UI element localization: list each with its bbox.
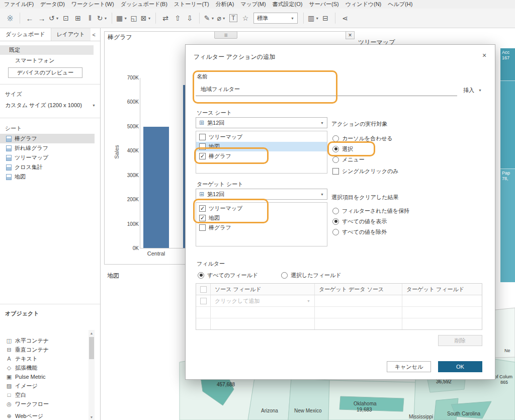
tab-dashboard[interactable]: ダッシュボード [0,28,51,41]
checkbox-checked-icon[interactable] [199,153,206,159]
layout-phone-item[interactable]: スマートフォン [0,56,94,65]
dialog-close-button[interactable]: × [480,51,489,60]
new-worksheet-button[interactable]: ▦▼ [116,12,128,25]
target-sheet-select[interactable]: ⊞ 第12回 ▼ [196,189,327,200]
menu-map[interactable]: マップ(M) [240,1,266,8]
clear-sheet-button[interactable]: ⊠▼ [140,12,152,25]
clear-format-button[interactable]: ⌀▼ [215,12,227,25]
highlight-button[interactable]: ✎▼ [203,12,215,25]
sheet-item-map[interactable]: 地図 [0,172,95,182]
filter-selected-fields-radio[interactable]: 選択したフィールド [281,271,341,279]
menu-window[interactable]: ウィンドウ(N) [346,1,382,8]
run-on-hover-radio[interactable]: カーソルを合わせる [332,134,393,142]
object-item-image[interactable]: ▨イメージ [0,381,87,390]
size-selector[interactable]: カスタム サイズ (1200 x 1000) ▼ [5,101,96,110]
fit-selector[interactable]: 標準 ▼ [253,13,298,24]
menu-format[interactable]: 書式設定(O) [273,1,303,8]
collapse-pane-icon[interactable]: < [93,32,96,38]
presentation-mode-button[interactable]: ⊟ [319,12,331,25]
new-data-source-button[interactable]: ⊞ [72,12,84,25]
target-sheet-option-treemap[interactable]: ツリーマップ [196,204,327,213]
delete-button[interactable]: 削除 [438,335,482,346]
sort-descending-button[interactable]: ⇩ [184,12,196,25]
show-mark-labels-button[interactable]: T [229,14,237,22]
checkbox-icon[interactable] [199,143,206,150]
object-item-workflow[interactable]: ◎ワークフロー [0,399,87,408]
source-sheet-option-map[interactable]: 地図 [196,142,327,151]
menu-dashboard[interactable]: ダッシュボード(B) [121,1,167,8]
checkbox-icon[interactable] [199,224,206,231]
add-filter-field-cell[interactable]: クリックして追加 ▼ [210,295,314,306]
menu-worksheet[interactable]: ワークシート(W) [71,1,114,8]
cancel-button[interactable]: キャンセル [387,361,431,372]
checkbox-checked-icon[interactable] [199,205,206,212]
radio-selected-icon[interactable] [332,146,339,152]
menu-story[interactable]: ストーリー(T) [174,1,209,8]
checkbox-icon[interactable] [332,168,339,175]
clear-keep-filtered-radio[interactable]: フィルターされた値を保持 [332,207,409,215]
ok-button[interactable]: OK [438,361,482,372]
floating-zone-grip-handle[interactable]: ≡ [214,31,237,39]
tab-layout[interactable]: レイアウト [51,28,91,41]
sheet-item-line-chart[interactable]: 折れ線グラフ [0,143,95,153]
checkbox-icon[interactable] [199,134,206,140]
layout-default-item[interactable]: 既定 [0,45,94,55]
clear-show-all-radio[interactable]: すべての値を表示 [332,217,387,225]
table-row[interactable]: クリックして追加 ▼ [196,295,482,307]
save-button[interactable]: ⊡ [60,12,72,25]
checkbox-checked-icon[interactable] [199,215,206,221]
object-item-horizontal-container[interactable]: ◫水平コンテナ [0,336,87,345]
share-button[interactable]: ⋖ [339,12,351,25]
name-input[interactable]: 地域フィルター [196,83,457,96]
forward-button[interactable]: → [36,12,48,25]
swap-axes-button[interactable]: ⇄ [159,12,171,25]
show-hide-cards-button[interactable]: ▥▼ [307,12,319,25]
menu-data[interactable]: データ(D) [40,1,65,8]
object-item-pulse-metric[interactable]: ▣Pulse Metric [0,372,87,381]
back-button[interactable]: ← [24,12,36,25]
radio-selected-icon[interactable] [332,218,339,225]
source-sheet-option-treemap[interactable]: ツリーマップ [196,132,327,142]
object-item-blank[interactable]: □空白 [0,390,87,399]
sheet-item-treemap[interactable]: ツリーマップ [0,153,95,162]
refresh-button[interactable]: ↻▼ [96,12,108,25]
single-click-only-checkbox[interactable]: シングルクリックのみ [332,167,399,175]
target-sheet-option-map[interactable]: 地図 [196,213,327,223]
scroll-thumb[interactable] [89,337,94,359]
source-sheet-select[interactable]: ⊞ 第12回 ▼ [196,117,327,128]
scroll-up-icon[interactable]: ▲ [89,330,95,336]
filter-all-fields-radio[interactable]: すべてのフィールド [198,271,258,279]
sort-ascending-button[interactable]: ⇧ [171,12,184,25]
target-sheet-option-bar-chart[interactable]: 棒グラフ [196,223,327,232]
radio-icon[interactable] [332,208,339,214]
insert-button[interactable]: 挿入 ▼ [463,86,482,95]
sheet-item-crosstab[interactable]: クロス集計 [0,162,95,172]
menu-analysis[interactable]: 分析(A) [216,1,234,8]
menu-server[interactable]: サーバー(S) [309,1,339,8]
treemap-block-mid[interactable] [500,81,515,169]
object-item-web-page[interactable]: ⊕Webページ [0,411,87,420]
scroll-down-icon[interactable]: ▼ [89,414,95,420]
bar-central[interactable] [143,127,169,248]
menu-help[interactable]: ヘルプ(H) [388,1,412,8]
source-sheet-option-bar-chart[interactable]: 棒グラフ [196,151,327,161]
radio-selected-icon[interactable] [198,272,204,279]
radio-icon[interactable] [281,272,288,279]
run-on-select-radio[interactable]: 選択 [332,145,353,153]
treemap-block-paper[interactable]: Pap 78, [500,169,515,282]
clear-exclude-all-radio[interactable]: すべての値を除外 [332,228,387,236]
radio-icon[interactable] [332,135,339,142]
radio-icon[interactable] [332,156,339,163]
objects-scrollbar[interactable]: ▲ ▼ [89,330,95,420]
sheet-item-bar-chart[interactable]: 棒グラフ [0,134,95,143]
pause-updates-button[interactable]: ‖ [84,12,96,25]
object-item-extension[interactable]: ◇拡張機能 [0,363,87,372]
duplicate-sheet-button[interactable]: ◱ [128,12,140,25]
treemap-block-accessories[interactable]: Acc 167 [500,48,515,81]
run-on-menu-radio[interactable]: メニュー [332,155,365,163]
map-state-new-mexico[interactable] [288,378,329,420]
device-preview-button[interactable]: デバイスのプレビュー [8,67,82,78]
object-item-vertical-container[interactable]: ⊟垂直コンテナ [0,345,87,354]
radio-icon[interactable] [332,229,339,235]
floating-zone-close-button[interactable]: × [346,31,355,39]
